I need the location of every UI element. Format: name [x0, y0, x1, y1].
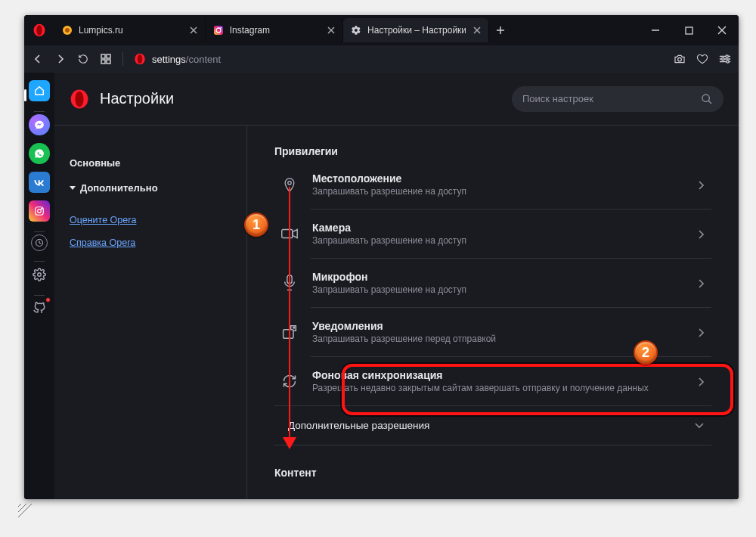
tab-instagram[interactable]: Instagram	[206, 18, 343, 42]
svg-rect-6	[214, 26, 223, 35]
close-icon[interactable]	[326, 25, 336, 36]
chevron-right-icon	[698, 181, 705, 188]
row-title: Микрофон	[312, 271, 684, 283]
sidenav-basic[interactable]: Основные	[70, 157, 231, 169]
page-title: Настройки	[100, 90, 174, 107]
sidebar-speeddial[interactable]	[29, 80, 50, 101]
svg-marker-43	[293, 230, 297, 238]
sidebar-history[interactable]	[31, 234, 48, 251]
sync-icon	[280, 372, 299, 390]
sidebar-settings[interactable]	[29, 264, 50, 285]
row-sub: Запрашивать разрешение на доступ	[312, 284, 684, 295]
sidebar-vk[interactable]	[29, 172, 50, 193]
annotation-badge-1: 1	[244, 213, 268, 237]
svg-point-39	[702, 95, 709, 101]
settings-search[interactable]	[512, 86, 723, 112]
maximize-button[interactable]	[672, 15, 705, 45]
row-sub: Запрашивать разрешение на доступ	[312, 186, 684, 197]
svg-rect-22	[107, 60, 110, 64]
chevron-right-icon	[698, 328, 705, 336]
sidenav-advanced[interactable]: Дополнительно	[70, 182, 231, 194]
svg-point-48	[293, 327, 295, 328]
svg-rect-20	[107, 54, 110, 58]
svg-point-31	[727, 61, 729, 63]
tab-lumpics[interactable]: Lumpics.ru	[54, 18, 206, 42]
chevron-down-icon	[70, 186, 76, 190]
row-sub: Разрешать недавно закрытым сайтам заверш…	[312, 383, 684, 393]
link-rate-opera[interactable]: Оцените Opera	[70, 215, 231, 225]
svg-point-1	[36, 25, 42, 36]
svg-rect-44	[287, 275, 292, 284]
svg-rect-16	[686, 27, 692, 34]
search-icon	[701, 93, 713, 105]
forward-button[interactable]	[54, 53, 67, 65]
row-title: Местоположение	[312, 172, 684, 185]
section-content: Контент	[274, 467, 711, 479]
close-icon[interactable]	[188, 25, 199, 36]
close-icon[interactable]	[472, 25, 482, 36]
accordion-label: Дополнительные разрешения	[288, 420, 429, 431]
instagram-favicon	[213, 25, 224, 36]
snapshot-button[interactable]	[674, 53, 686, 65]
row-microphone[interactable]: МикрофонЗапрашивать разрешение на доступ	[274, 259, 711, 307]
location-icon	[280, 175, 299, 194]
svg-point-36	[38, 273, 42, 277]
tab-label: Lumpics.ru	[79, 25, 123, 36]
lumpics-favicon	[62, 25, 73, 36]
search-input[interactable]	[522, 93, 701, 104]
row-title: Уведомления	[312, 320, 684, 332]
svg-point-25	[678, 57, 682, 61]
new-tab-button[interactable]	[489, 19, 512, 42]
row-sub: Запрашивать разрешение на доступ	[312, 235, 684, 246]
back-button[interactable]	[32, 53, 44, 65]
row-title: Камера	[312, 222, 684, 234]
minimize-button[interactable]	[639, 15, 672, 45]
opera-menu-button[interactable]	[24, 15, 54, 45]
notifications-icon	[280, 323, 299, 341]
heart-button[interactable]	[696, 53, 708, 65]
row-sub: Запрашивать разрешение перед отправкой	[312, 334, 684, 344]
svg-point-8	[220, 27, 222, 29]
sidebar-personal-news[interactable]	[29, 298, 50, 319]
section-privileges: Привилегии	[274, 145, 711, 157]
row-location[interactable]: МестоположениеЗапрашивать разрешение на …	[274, 160, 711, 209]
url-segment-main: settings	[152, 54, 186, 65]
reload-button[interactable]	[77, 53, 89, 65]
sidebar-messenger[interactable]	[29, 114, 50, 135]
microphone-icon	[280, 274, 299, 292]
svg-point-34	[42, 208, 42, 209]
opera-logo	[70, 89, 89, 109]
url-segment-path: /content	[186, 54, 221, 65]
svg-rect-19	[101, 54, 105, 58]
svg-point-30	[722, 57, 724, 60]
row-more-permissions[interactable]: Дополнительные разрешения	[274, 406, 711, 445]
svg-point-33	[38, 210, 42, 213]
chevron-right-icon	[698, 279, 705, 287]
camera-icon	[280, 225, 299, 243]
easy-setup-button[interactable]	[719, 53, 731, 65]
chevron-right-icon	[698, 230, 705, 237]
svg-line-51	[18, 504, 21, 507]
address-bar[interactable]: settings/content	[134, 53, 663, 65]
svg-rect-42	[282, 230, 293, 238]
opera-favicon	[134, 53, 146, 65]
svg-point-38	[75, 91, 83, 107]
annotation-badge-2: 2	[634, 340, 658, 365]
tab-settings[interactable]: Настройки – Настройки с	[343, 18, 489, 42]
link-help-opera[interactable]: Справка Opera	[70, 237, 231, 248]
tab-label: Настройки – Настройки с	[367, 25, 466, 36]
svg-line-40	[708, 101, 711, 104]
svg-rect-47	[284, 330, 293, 339]
speed-dial-button[interactable]	[100, 53, 112, 65]
window-corner-decor	[15, 501, 68, 523]
close-button[interactable]	[705, 15, 739, 45]
row-camera[interactable]: КамераЗапрашивать разрешение на доступ	[274, 210, 711, 258]
sidebar-whatsapp[interactable]	[29, 143, 50, 164]
row-title: Фоновая синхронизация	[312, 369, 684, 381]
chevron-down-icon	[695, 423, 704, 429]
svg-point-29	[726, 55, 728, 57]
svg-point-3	[65, 28, 70, 33]
sidebar-instagram[interactable]	[29, 200, 50, 222]
gear-icon	[351, 25, 361, 36]
tab-label: Instagram	[230, 25, 270, 36]
